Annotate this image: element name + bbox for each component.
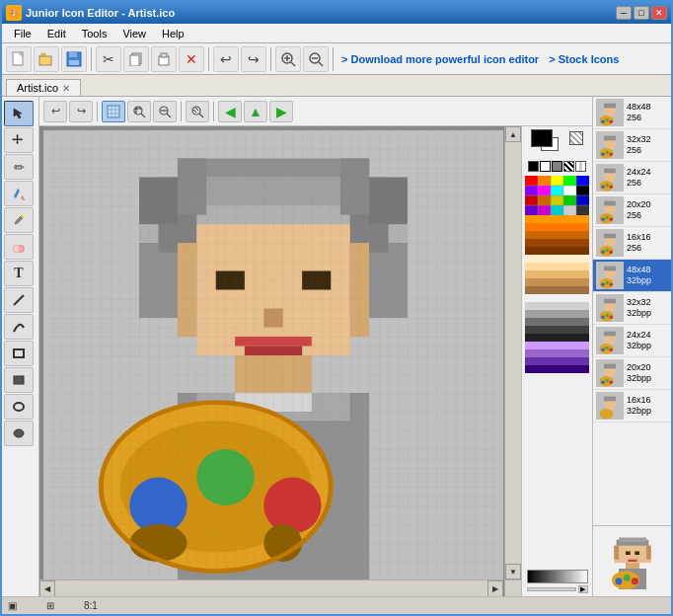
redo-button[interactable]: ↪	[241, 46, 266, 72]
save-button[interactable]	[61, 46, 87, 72]
cut-button[interactable]: ✂	[96, 46, 121, 72]
palette-white-outline[interactable]	[540, 161, 551, 172]
svg-rect-90	[563, 195, 576, 205]
select-tool[interactable]	[4, 101, 34, 126]
icon-entry-48x48-256[interactable]: 48x48256	[593, 97, 671, 129]
menu-edit[interactable]: Edit	[39, 26, 74, 41]
icon-entry-20x20-256[interactable]: 20x20256	[593, 194, 671, 227]
move-tool[interactable]	[4, 127, 34, 153]
menu-file[interactable]: File	[6, 26, 39, 41]
canvas-hscroll[interactable]: ◀ ▶	[39, 579, 503, 596]
color-gradient-svg[interactable]	[525, 176, 589, 373]
select-ed-button[interactable]	[186, 101, 209, 122]
close-button[interactable]: ✕	[651, 6, 667, 20]
eyedropper-tool[interactable]	[4, 207, 34, 233]
icon-preview-svg-8	[596, 327, 624, 354]
icon-entry-16x16-32bpp[interactable]: 16x1632bpp	[593, 390, 671, 423]
open-button[interactable]	[34, 46, 59, 72]
icon-preview-svg-10	[596, 392, 624, 420]
download-editor-link[interactable]: > Download more powerful icon editor	[337, 53, 543, 65]
up-button[interactable]: ▲	[244, 101, 267, 122]
palette-dither[interactable]	[563, 161, 574, 172]
icon-entry-24x24-32bpp[interactable]: 24x2432bpp	[593, 325, 671, 357]
scroll-right-button[interactable]: ▶	[487, 580, 503, 596]
pencil-tool[interactable]: ✏	[4, 154, 34, 180]
zoom-in-button[interactable]	[275, 46, 301, 72]
svg-rect-22	[14, 246, 19, 252]
svg-rect-189	[604, 397, 616, 402]
undo-ed-button[interactable]: ↩	[43, 101, 67, 122]
document-tab[interactable]: Artist.ico ✕	[6, 79, 81, 96]
icon-entry-32x32-256[interactable]: 32x32256	[593, 129, 671, 162]
svg-rect-112	[525, 334, 589, 342]
curve-tool[interactable]	[4, 314, 34, 340]
minimize-button[interactable]: ─	[616, 6, 632, 20]
icon-thumb-20x20-32bpp	[596, 359, 624, 387]
gradient-section	[525, 176, 589, 566]
canvas-vscroll[interactable]: ▲ ▼	[504, 126, 521, 579]
filled-ellipse-tool[interactable]	[4, 421, 34, 446]
prev-button[interactable]: ◀	[218, 101, 242, 122]
undo-button[interactable]: ↩	[213, 46, 239, 72]
palette-gray-outline[interactable]	[552, 161, 562, 172]
new-button[interactable]	[6, 46, 32, 72]
svg-line-34	[141, 114, 145, 117]
scroll-down-button[interactable]: ▼	[505, 564, 521, 579]
svg-marker-19	[12, 134, 23, 145]
tab-close-button[interactable]: ✕	[62, 83, 70, 94]
svg-rect-77	[525, 176, 538, 186]
zoom-out-button[interactable]	[303, 46, 329, 72]
menu-tools[interactable]: Tools	[74, 26, 115, 41]
window-title: Junior Icon Editor - Artist.ico	[26, 7, 175, 19]
scroll-left-button[interactable]: ◀	[39, 580, 55, 596]
menu-help[interactable]: Help	[154, 26, 192, 41]
next-button[interactable]: ▶	[269, 101, 293, 122]
transparent-color[interactable]	[569, 131, 583, 145]
main-canvas[interactable]: ▲ ▼ ◀ ▶	[39, 126, 521, 596]
redo-ed-button[interactable]: ↪	[69, 101, 93, 122]
copy-button[interactable]	[123, 46, 149, 72]
left-tools-panel: ✏ T	[2, 97, 39, 596]
zoom-out-ed-button[interactable]	[153, 101, 177, 122]
icon-entry-24x24-256[interactable]: 24x24256	[593, 162, 671, 194]
fill-tool[interactable]	[4, 181, 34, 206]
icon-entry-32x32-32bpp[interactable]: 32x3232bpp	[593, 292, 671, 325]
scroll-up-button[interactable]: ▲	[505, 126, 521, 142]
menu-view[interactable]: View	[114, 26, 154, 41]
svg-point-171	[605, 314, 609, 318]
color-scrollbar[interactable]	[527, 587, 576, 591]
svg-rect-92	[525, 205, 538, 215]
line-tool[interactable]	[4, 287, 34, 313]
svg-point-142	[601, 186, 605, 190]
zoom-grid-button[interactable]	[127, 101, 151, 122]
color-scroll-btn[interactable]: ▶	[578, 585, 588, 593]
opacity-strip[interactable]	[527, 570, 588, 583]
stock-icons-link[interactable]: > Stock Icons	[545, 53, 623, 65]
delete-button[interactable]: ✕	[179, 46, 204, 72]
status-zoom: 8:1	[84, 600, 98, 611]
ellipse-tool[interactable]	[4, 394, 34, 420]
svg-point-144	[609, 186, 613, 190]
icon-label-24x24-256: 24x24256	[627, 167, 651, 189]
tab-label: Artist.ico	[17, 82, 58, 94]
palette-transparent-indicator[interactable]	[575, 161, 586, 172]
icon-entry-16x16-256[interactable]: 16x16256	[593, 227, 671, 260]
icon-preview-svg-9	[596, 359, 624, 387]
icon-entry-20x20-32bpp[interactable]: 20x2032bpp	[593, 357, 671, 390]
maximize-button[interactable]: □	[634, 6, 649, 20]
filled-rect-tool[interactable]	[4, 367, 34, 393]
toolbar-sep-2	[208, 47, 209, 71]
color-panel: ▶	[521, 126, 592, 596]
svg-rect-25	[14, 376, 24, 384]
palette-black[interactable]	[528, 161, 539, 172]
svg-rect-93	[538, 205, 551, 215]
eraser-tool[interactable]	[4, 234, 34, 260]
text-tool[interactable]: T	[4, 261, 34, 286]
paste-button[interactable]	[151, 46, 177, 72]
grid-button[interactable]	[102, 101, 125, 122]
status-grid: ⊞	[46, 600, 54, 611]
foreground-color[interactable]	[531, 129, 553, 147]
icon-entry-48x48-32bpp[interactable]: 48x4832bpp	[593, 260, 671, 292]
svg-rect-78	[538, 176, 551, 186]
rect-tool[interactable]	[4, 341, 34, 366]
